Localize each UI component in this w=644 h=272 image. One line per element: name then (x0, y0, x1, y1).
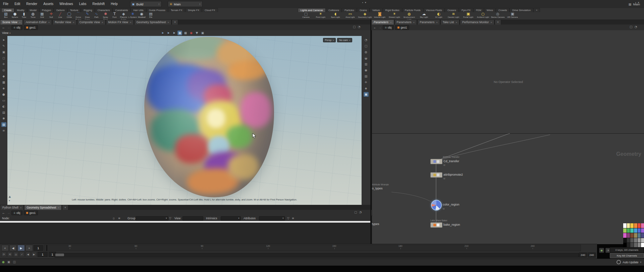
menu-item[interactable]: Help (108, 0, 121, 8)
color-swatch[interactable] (641, 223, 644, 228)
color-swatch[interactable] (623, 233, 627, 238)
viewport-tool-icon[interactable]: ▦ (177, 31, 182, 35)
pane-square-icon[interactable]: ▪ (362, 1, 363, 4)
viewport-tool-icon[interactable]: ▣ (200, 31, 205, 35)
shelf-tool[interactable]: ≋ Caustic Light (446, 12, 461, 18)
viewport-side-tool-icon[interactable]: ➤ (1, 38, 6, 42)
filter-icon[interactable]: ▽ (169, 217, 171, 220)
color-swatch[interactable] (634, 238, 637, 243)
viewport-side-tool-icon[interactable]: ▦ (1, 80, 6, 85)
close-icon[interactable]: × (130, 21, 131, 24)
back-arrow-icon[interactable]: ← (2, 26, 5, 29)
pane-tab[interactable]: Geometry Spreadsheet × (24, 205, 62, 210)
shelf-tab[interactable]: Collisions (326, 8, 342, 12)
node-name[interactable]: color_region (443, 203, 460, 206)
pane-tab[interactable]: Performance Monitor × (460, 19, 494, 25)
no-cam-badge[interactable]: No cam▾ (337, 38, 352, 42)
intrinsics-select[interactable]: ▼ (221, 216, 241, 221)
color-swatch[interactable] (623, 223, 627, 228)
menu-icon[interactable]: ≡ (292, 217, 294, 220)
pane-menu-icon[interactable]: ▾ (365, 1, 366, 4)
viewport-display-icon[interactable]: ◒ (364, 56, 369, 60)
frame-field[interactable]: 1 (38, 252, 48, 257)
viewport-side-tool-icon[interactable]: ▭ (1, 98, 6, 103)
shelf-tab[interactable]: Guide Process (146, 8, 168, 12)
color-swatch[interactable] (630, 223, 634, 228)
scene-select[interactable]: ⊕ Main ↕ (168, 1, 203, 7)
shelf-tool[interactable]: ▭ Area Light (343, 12, 358, 18)
viewport-side-tool-icon[interactable]: ≡ (1, 128, 6, 133)
shelf-tool[interactable]: ☀ Point Light (313, 12, 328, 18)
view-input[interactable] (182, 216, 203, 221)
color-swatch[interactable] (630, 243, 634, 247)
viewport-display-icon[interactable]: ▤ (364, 74, 369, 79)
viewport-tool-icon[interactable]: ➤ (160, 31, 165, 35)
shelf-tool[interactable]: ◯ Circle (65, 12, 74, 18)
viewport-tool-icon[interactable]: ▼ (195, 31, 199, 35)
shelf-tab[interactable]: + (533, 8, 540, 12)
shelf-tool[interactable]: ○ Ambient Light (476, 12, 490, 18)
color-swatch[interactable] (638, 233, 641, 238)
color-swatch[interactable] (641, 228, 644, 233)
shelf-tab[interactable]: Rigging (81, 8, 95, 12)
shelf-tab[interactable]: Oceans (445, 8, 459, 12)
close-icon[interactable]: × (168, 21, 169, 24)
pane-tab[interactable]: Parameters × (417, 19, 440, 25)
pane-tab[interactable]: + × (62, 205, 68, 210)
pane-tab[interactable]: Python Shell × (0, 205, 24, 210)
viewport-display-icon[interactable]: ✛ (364, 80, 369, 85)
pane-tab[interactable]: + × (172, 19, 178, 25)
shelf-tool[interactable]: ✳ L-System (128, 12, 137, 18)
snap-icon[interactable]: ▲ (9, 195, 11, 198)
node-flag[interactable] (433, 174, 436, 176)
viewport-corner-icons[interactable]: ▲ ▾ (9, 195, 11, 202)
shelf-tool[interactable]: ◐ GI Light (431, 12, 446, 18)
shelf-tool[interactable]: ◙ Volume Light (372, 12, 387, 18)
back-arrow-icon[interactable]: ← (373, 26, 377, 29)
color-swatch[interactable] (623, 243, 627, 247)
pane-menu-icon[interactable]: ▾ (638, 1, 639, 4)
close-icon[interactable]: × (58, 206, 59, 209)
node-flag[interactable] (437, 174, 439, 176)
color-swatch[interactable] (630, 228, 634, 233)
shelf-tool[interactable]: ◖ Spot Light (328, 12, 343, 18)
viewport-tool-icon[interactable]: ▦ (183, 31, 188, 35)
forward-arrow-icon[interactable]: → (378, 26, 381, 29)
path-bar-icons[interactable]: ▢ ◔ (630, 25, 637, 29)
close-icon[interactable]: × (390, 21, 392, 24)
realtime-toggle-icon[interactable]: ⟳ (1, 252, 6, 257)
options-icon[interactable]: ▾ (9, 199, 11, 202)
shelf-tab[interactable]: FEM (473, 8, 484, 12)
color-swatch[interactable] (634, 233, 637, 238)
shelf-tab[interactable]: Grains (357, 8, 370, 12)
range-end-field[interactable]: 240 (579, 253, 587, 258)
shelf-tool[interactable]: ◉ Metaball (137, 12, 146, 18)
spreadsheet-body[interactable] (0, 223, 370, 244)
viewport-side-tool-icon[interactable]: ✛ (1, 62, 6, 66)
color-swatch[interactable] (627, 233, 630, 238)
shelf-tab[interactable]: Rigid Bodies (383, 8, 402, 12)
shelf-tab[interactable]: Hair Utils (130, 8, 146, 12)
pane-tab[interactable]: Geometry Spreadsheet × (134, 19, 172, 25)
viewport-side-tool-icon[interactable]: ▤ (1, 110, 6, 115)
shelf-tab[interactable]: Create (1, 8, 14, 12)
color-swatch[interactable] (638, 223, 641, 228)
frame-range-slider[interactable] (54, 253, 579, 258)
node-name[interactable]: Cd_transfer (443, 160, 459, 163)
path-chip-geo1[interactable]: geo1 (395, 25, 409, 30)
viewport-display-icon[interactable]: ◍ (364, 50, 369, 54)
shelf-tab[interactable]: Lights and Cameras (298, 8, 326, 12)
viewport-side-tool-icon[interactable]: ✱ (1, 116, 6, 121)
shelf-tab[interactable]: Characters (95, 8, 113, 12)
menu-item[interactable]: Redshift (89, 0, 108, 8)
close-icon[interactable]: × (490, 21, 492, 24)
attributes-select[interactable]: ▼ (259, 216, 285, 221)
viewport-side-tool-icon[interactable]: ▧ (1, 122, 6, 127)
shelf-tab[interactable]: Viscous Fluids (423, 8, 445, 12)
path-chip-geo1[interactable]: geo1 (24, 211, 38, 215)
menu-item[interactable]: Edit (11, 0, 23, 8)
color-swatch[interactable] (641, 238, 644, 243)
shelf-tool[interactable]: ✛ Null (47, 12, 56, 18)
prev-frame-button[interactable]: ◀ (9, 245, 17, 251)
viewport-side-tool-icon[interactable]: ● (1, 92, 6, 97)
